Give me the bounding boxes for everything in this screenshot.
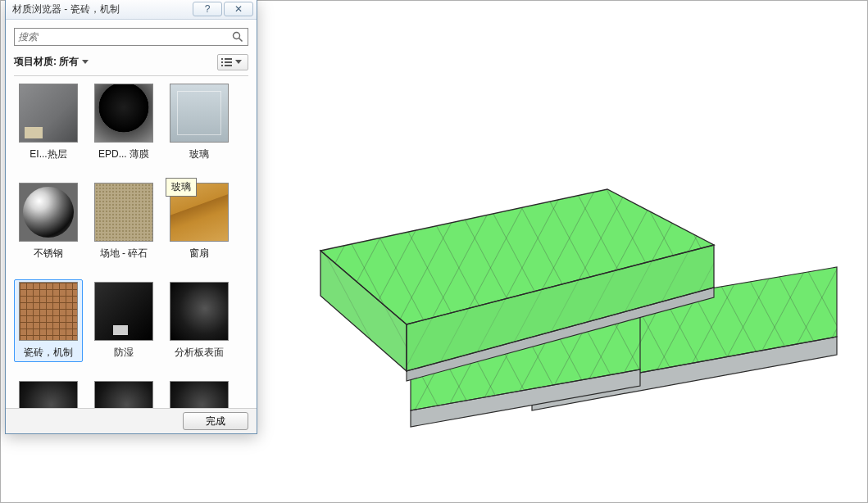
project-filter-dropdown[interactable]: 项目材质: 所有 [14,55,89,69]
material-label: 玻璃 [167,147,231,161]
svg-line-28 [239,38,243,41]
material-thumbnail [94,84,153,143]
material-thumbnail [19,84,78,143]
material-thumbnail [19,183,78,242]
material-label: 场地 - 碎石 [92,247,156,261]
material-item[interactable] [14,378,83,409]
material-thumbnail [170,183,229,242]
material-item[interactable]: 防湿 [89,279,158,362]
close-icon: ✕ [234,3,243,15]
material-label: 不锈钢 [16,247,80,261]
materials-list[interactable]: EI...热层EPD... 薄膜玻璃不锈钢场地 - 碎石窗扇瓷砖，机制防湿分析板… [14,75,248,409]
material-thumbnail [19,282,78,341]
material-thumbnail [94,183,153,242]
material-item[interactable]: 窗扇 [165,180,234,263]
material-thumbnail [170,282,229,341]
material-thumbnail [94,282,153,341]
svg-point-27 [234,32,240,39]
material-thumbnail [19,381,78,409]
list-icon [225,58,232,66]
material-item[interactable]: EPD... 薄膜 [89,81,158,164]
window-title: 材质浏览器 - 瓷砖，机制 [12,2,120,16]
material-label: EPD... 薄膜 [92,147,156,161]
search-icon[interactable] [231,30,244,43]
chevron-down-icon [235,60,242,64]
material-label: 防湿 [92,346,156,360]
dialog-footer: 完成 [6,408,257,433]
done-button-label: 完成 [206,415,225,427]
material-item[interactable]: EI...热层 [14,81,83,164]
material-item[interactable] [165,378,234,409]
help-icon: ? [205,3,211,15]
material-item[interactable]: 场地 - 碎石 [89,180,158,263]
close-button[interactable]: ✕ [224,2,253,16]
material-label: 分析板表面 [167,346,231,360]
search-input[interactable] [18,29,231,45]
chevron-down-icon [82,60,89,64]
help-button[interactable]: ? [193,2,222,16]
material-item[interactable]: 分析板表面 [165,279,234,362]
material-label: 窗扇 [167,247,231,261]
filter-label-text: 项目材质: 所有 [14,55,79,69]
material-item[interactable]: 玻璃 [165,81,234,164]
material-thumbnail [170,381,229,409]
material-item[interactable]: 不锈钢 [14,180,83,263]
material-thumbnail [170,84,229,143]
material-label: 瓷砖，机制 [16,346,80,360]
titlebar[interactable]: 材质浏览器 - 瓷砖，机制 ? ✕ [6,0,257,20]
material-browser-dialog: 材质浏览器 - 瓷砖，机制 ? ✕ 项目材质: 所有 EI. [5,0,257,434]
search-box[interactable] [14,28,248,46]
view-mode-button[interactable] [217,54,248,70]
done-button[interactable]: 完成 [183,412,248,430]
material-item[interactable] [89,378,158,409]
material-item[interactable]: 瓷砖，机制 [14,279,83,362]
material-label: EI...热层 [16,147,80,161]
material-thumbnail [94,381,153,409]
